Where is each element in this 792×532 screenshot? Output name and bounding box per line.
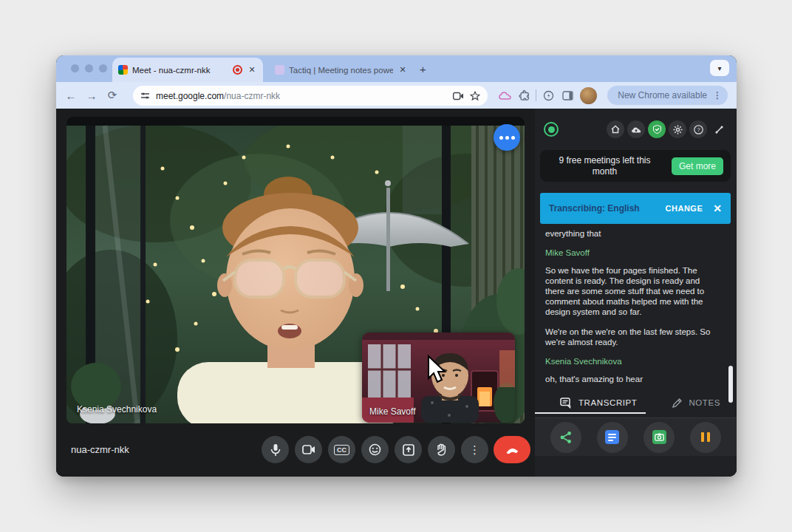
transcript-chat-icon (560, 398, 573, 409)
toolbar-divider (536, 89, 536, 101)
help-icon[interactable]: ? (689, 120, 707, 138)
tab-notes[interactable]: NOTES (672, 398, 720, 409)
chrome-update-label: New Chrome available (618, 90, 707, 100)
transcript-panel[interactable]: everything that Mike Savoff So we have t… (545, 228, 721, 394)
transcribing-status-label: Transcribing: English (549, 203, 666, 214)
detach-panel-icon[interactable] (710, 120, 728, 138)
transcribing-banner: Transcribing: English CHANGE ✕ (540, 193, 731, 224)
microphone-button[interactable] (262, 436, 289, 463)
transcript-text: oh, that's amazing to hear (545, 374, 721, 384)
bookmark-star-icon[interactable] (470, 91, 480, 101)
sidebar-tabs: TRANSCRIPT NOTES (535, 392, 737, 414)
close-banner-icon[interactable]: ✕ (713, 202, 722, 214)
tactiq-extension-icon[interactable] (495, 86, 514, 105)
performance-icon[interactable] (539, 86, 558, 105)
transcript-speaker: Mike Savoff (545, 248, 721, 257)
tactiq-sidebar: ? 9 free meetings left this month Get mo… (535, 109, 737, 477)
maximize-window-button[interactable] (99, 64, 107, 72)
minimize-window-button[interactable] (85, 64, 93, 72)
reload-icon[interactable]: ⟳ (102, 89, 123, 102)
participant-name-label: Ksenia Svechnikova (77, 404, 157, 415)
chrome-update-button[interactable]: New Chrome available ⋮ (607, 86, 728, 105)
tab-transcript[interactable]: TRANSCRIPT (560, 398, 637, 409)
tab-search-chevron-icon[interactable]: ▾ (710, 60, 729, 76)
camera-button[interactable] (295, 436, 322, 463)
google-docs-icon (605, 430, 619, 444)
transcript-text: We're on the we're on the last few steps… (545, 327, 721, 347)
settings-gear-icon[interactable] (669, 120, 686, 138)
quota-text: 9 free meetings left this month (547, 155, 662, 177)
export-to-docs-button[interactable] (597, 422, 628, 453)
site-info-icon[interactable] (140, 91, 150, 100)
home-icon[interactable] (607, 120, 624, 138)
transcript-speaker: Ksenia Svechnikova (545, 357, 721, 366)
pause-transcription-button[interactable] (690, 422, 721, 453)
captions-button[interactable]: CC (328, 436, 355, 463)
change-language-button[interactable]: CHANGE (666, 204, 703, 213)
meet-favicon-icon (118, 65, 128, 75)
get-more-button[interactable]: Get more (672, 157, 723, 175)
meet-control-bar: nua-czmr-nkk CC ⋮ (56, 423, 535, 477)
end-call-button[interactable] (494, 436, 530, 463)
camera-capture-icon (652, 430, 666, 444)
back-icon[interactable]: ← (61, 89, 81, 102)
cloud-sync-icon[interactable] (627, 120, 645, 138)
browser-toolbar: ← → ⟳ meet.google.com/nua-czmr-nkk (56, 82, 737, 109)
meeting-code-label: nua-czmr-nkk (71, 444, 129, 455)
tactiq-favicon-icon (275, 65, 284, 75)
privacy-shield-icon[interactable] (648, 120, 666, 138)
new-tab-button[interactable]: + (420, 63, 426, 75)
recording-active-icon (544, 122, 559, 137)
screenshot-button[interactable] (644, 422, 675, 453)
quota-banner: 9 free meetings left this month Get more (540, 150, 731, 182)
profile-avatar[interactable] (580, 87, 597, 104)
raise-hand-button[interactable] (428, 436, 455, 463)
mouse-cursor (426, 355, 448, 384)
forward-icon[interactable]: → (81, 89, 102, 102)
tab-title: Tactiq | Meeting notes powe (289, 66, 393, 75)
share-button[interactable] (550, 422, 581, 453)
extensions-puzzle-icon[interactable] (514, 86, 533, 105)
tab-strip: Meet - nua-czmr-nkk ✕ Tactiq | Meeting n… (56, 55, 737, 82)
url-domain: meet.google.com (156, 91, 224, 101)
camera-permission-icon[interactable] (453, 92, 464, 100)
cc-label: CC (334, 445, 349, 455)
browser-window: Meet - nua-czmr-nkk ✕ Tactiq | Meeting n… (56, 55, 737, 477)
meet-page: Ksenia Svechnikova (56, 109, 737, 477)
transcript-text: everything that (545, 228, 721, 239)
tab-meet[interactable]: Meet - nua-czmr-nkk ✕ (112, 58, 263, 82)
close-window-button[interactable] (71, 64, 79, 72)
url-path: /nua-czmr-nkk (224, 91, 280, 101)
side-panel-icon[interactable] (558, 86, 577, 105)
tab-notes-label: NOTES (689, 398, 720, 407)
svg-text:?: ? (697, 126, 700, 133)
tab-tactiq[interactable]: Tactiq | Meeting notes powe ✕ (269, 58, 414, 82)
main-video-tile[interactable]: Ksenia Svechnikova (66, 117, 525, 423)
reactions-button[interactable] (361, 436, 389, 463)
close-tab-icon[interactable]: ✕ (397, 65, 408, 75)
kebab-menu-icon[interactable]: ⋮ (713, 90, 722, 100)
tactiq-action-bar (535, 417, 737, 456)
tab-transcript-label: TRANSCRIPT (578, 398, 637, 407)
url-text[interactable]: meet.google.com/nua-czmr-nkk (156, 91, 447, 101)
notes-pencil-icon (672, 398, 683, 409)
active-tab-underline (535, 412, 646, 414)
present-screen-button[interactable] (395, 436, 422, 463)
close-tab-icon[interactable]: ✕ (247, 65, 257, 75)
transcript-text: So we have the four pages finished. The … (545, 265, 721, 317)
address-bar[interactable]: meet.google.com/nua-czmr-nkk (133, 86, 488, 106)
tactiq-header: ? (535, 116, 737, 143)
recording-indicator-icon (233, 65, 242, 75)
pause-icon (701, 432, 710, 442)
tactiq-chat-bubble-icon[interactable] (494, 124, 520, 151)
more-options-button[interactable]: ⋮ (461, 436, 488, 463)
tab-title: Meet - nua-czmr-nkk (132, 66, 228, 75)
pip-name-label: Mike Savoff (369, 406, 415, 417)
